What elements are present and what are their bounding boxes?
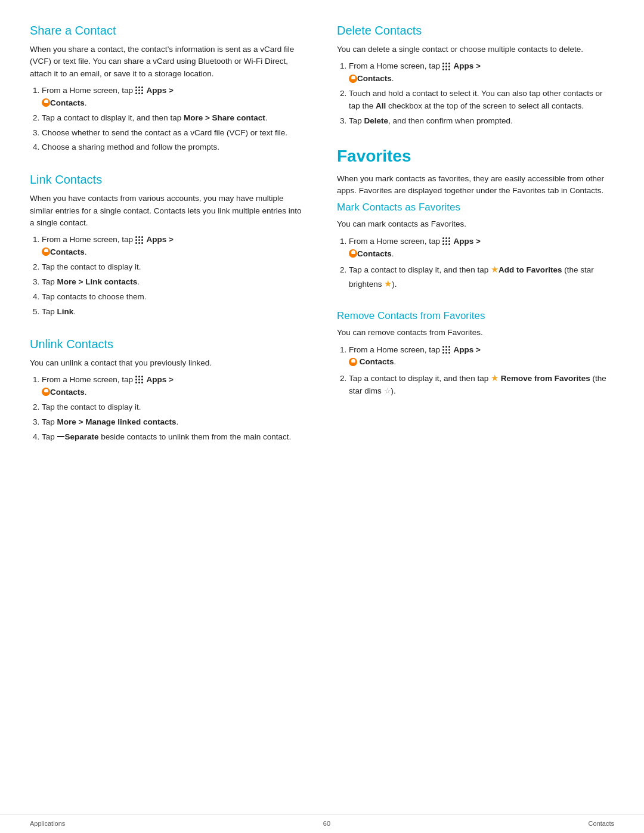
remove-favorites-intro: You can remove contacts from Favorites. [337,327,614,339]
unlink-step-3: Tap More > Manage linked contacts. [42,416,307,429]
apps-icon-unlink-1 [135,376,144,384]
delete-contacts-heading: Delete Contacts [337,24,614,38]
apps-icon-remove-1 [442,346,451,354]
share-step-4: Choose a sharing method and follow the p… [42,141,307,154]
page: Share a Contact When you share a contact… [0,0,644,833]
share-contact-steps: From a Home screen, tap Apps > Contacts.… [30,85,307,154]
contacts-icon-delete-1 [349,75,357,83]
share-step-2: Tap a contact to display it, and then ta… [42,112,307,125]
link-step-4: Tap contacts to choose them. [42,291,307,304]
share-step-1: From a Home screen, tap Apps > Contacts. [42,85,307,110]
link-contacts-steps: From a Home screen, tap Apps > Contacts.… [30,234,307,318]
mark-favorites-steps: From a Home screen, tap Apps > Contacts.… [337,236,614,292]
remove-fav-step-2: Tap a contact to display it, and then ta… [349,371,614,398]
delete-contacts-section: Delete Contacts You can delete a single … [337,24,614,128]
contacts-icon-share-1 [42,98,50,107]
remove-fav-step-1: From a Home screen, tap Apps > Contacts. [349,344,614,369]
link-step-3: Tap More > Link contacts. [42,276,307,289]
unlink-step-2: Tap the contact to display it. [42,401,307,414]
apps-icon-share-1 [135,86,144,95]
unlink-contacts-heading: Unlink Contacts [30,337,307,351]
content-area: Share a Contact When you share a contact… [0,0,644,815]
favorites-heading: Favorites [337,147,614,166]
star-filled-icon-remove: ★ [491,373,499,383]
delete-step-2: Touch and hold a contact to select it. Y… [349,88,614,113]
mark-fav-step-1: From a Home screen, tap Apps > Contacts. [349,236,614,261]
link-contacts-section: Link Contacts When you have contacts fro… [30,173,307,318]
share-contact-intro: When you share a contact, the contact’s … [30,44,307,80]
mark-fav-step-2: Tap a contact to display it, and then ta… [349,262,614,291]
left-column: Share a Contact When you share a contact… [30,24,307,779]
mark-favorites-section: Mark Contacts as Favorites You can mark … [337,202,614,291]
star-filled-icon-before: ★ [491,264,499,274]
apps-icon-mark-1 [442,237,451,246]
footer-right: Contacts [589,820,614,827]
remove-favorites-section: Remove Contacts from Favorites You can r… [337,310,614,398]
apps-icon-link-1 [135,236,144,244]
contacts-icon-unlink-1 [42,388,50,396]
unlink-step-1: From a Home screen, tap Apps > Contacts. [42,374,307,399]
link-contacts-intro: When you have contacts from various acco… [30,193,307,229]
delete-contacts-intro: You can delete a single contact or choos… [337,44,614,55]
delete-contacts-steps: From a Home screen, tap Apps > Contacts.… [337,60,614,128]
contacts-icon-mark-1 [349,249,357,258]
delete-step-1: From a Home screen, tap Apps > Contacts. [349,60,614,85]
star-filled-icon-after: ★ [384,278,392,289]
contacts-icon-link-1 [42,247,50,256]
mark-favorites-heading: Mark Contacts as Favorites [337,202,614,213]
link-contacts-heading: Link Contacts [30,173,307,187]
favorites-section: Favorites When you mark contacts as favo… [337,147,614,398]
unlink-contacts-section: Unlink Contacts You can unlink a contact… [30,337,307,444]
link-step-5: Tap Link. [42,306,307,318]
remove-favorites-heading: Remove Contacts from Favorites [337,310,614,322]
link-step-1: From a Home screen, tap Apps > Contacts. [42,234,307,259]
link-step-2: Tap the contact to display it. [42,261,307,274]
unlink-step-4: Tap Separate beside contacts to unlink t… [42,431,307,444]
minus-icon [57,436,64,437]
contacts-icon-remove-1 [349,358,357,366]
favorites-intro: When you mark contacts as favorites, the… [337,173,614,197]
share-contact-heading: Share a Contact [30,24,307,38]
share-step-3: Choose whether to send the contact as a … [42,127,307,140]
footer: Applications 60 Contacts [0,815,644,833]
delete-step-3: Tap Delete, and then confirm when prompt… [349,115,614,128]
star-outline-icon: ☆ [384,386,391,395]
share-contact-section: Share a Contact When you share a contact… [30,24,307,154]
remove-favorites-steps: From a Home screen, tap Apps > Contacts.… [337,344,614,398]
unlink-contacts-intro: You can unlink a contact that you previo… [30,357,307,369]
footer-left: Applications [30,820,65,827]
apps-icon-delete-1 [442,63,451,71]
right-column: Delete Contacts You can delete a single … [325,24,614,779]
mark-favorites-intro: You can mark contacts as Favorites. [337,218,614,230]
footer-center: 60 [323,820,330,827]
unlink-contacts-steps: From a Home screen, tap Apps > Contacts.… [30,374,307,444]
